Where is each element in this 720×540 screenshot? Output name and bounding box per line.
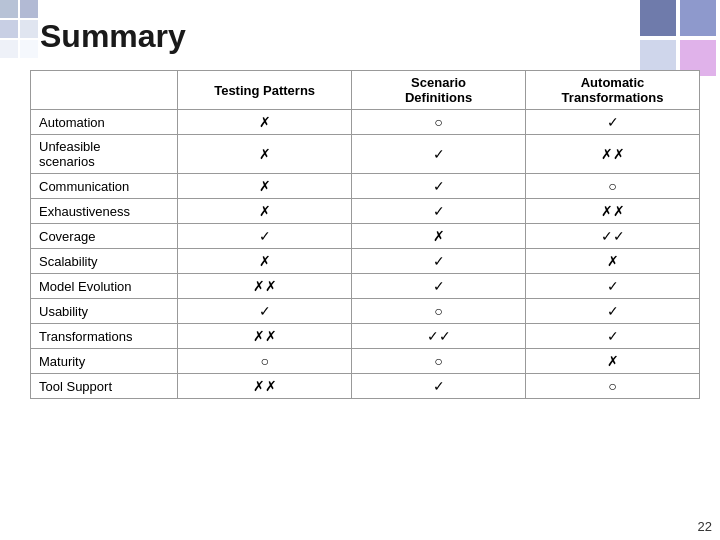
- table-row: Scalability✗✓✗: [31, 249, 700, 274]
- row-label: Automation: [31, 110, 178, 135]
- cell-scenario-definitions: ✓: [352, 174, 526, 199]
- row-label: Exhaustiveness: [31, 199, 178, 224]
- cell-automatic-transformations: ✗: [526, 249, 700, 274]
- cell-scenario-definitions: ✓: [352, 199, 526, 224]
- row-label: Scalability: [31, 249, 178, 274]
- row-label: Model Evolution: [31, 274, 178, 299]
- svg-rect-7: [680, 0, 716, 36]
- cell-scenario-definitions: ✓: [352, 374, 526, 399]
- row-label: Unfeasiblescenarios: [31, 135, 178, 174]
- cell-testing-patterns: ✗: [178, 249, 352, 274]
- cell-scenario-definitions: ✓: [352, 135, 526, 174]
- svg-rect-2: [0, 20, 18, 38]
- cell-scenario-definitions: ✓✓: [352, 324, 526, 349]
- table-header-row: Testing Patterns ScenarioDefinitions Aut…: [31, 71, 700, 110]
- cell-testing-patterns: ✗✗: [178, 324, 352, 349]
- row-label: Tool Support: [31, 374, 178, 399]
- cell-scenario-definitions: ○: [352, 299, 526, 324]
- table-row: Tool Support✗✗✓○: [31, 374, 700, 399]
- row-label: Maturity: [31, 349, 178, 374]
- cell-testing-patterns: ✗: [178, 110, 352, 135]
- svg-rect-5: [20, 40, 38, 58]
- page-number: 22: [698, 519, 712, 534]
- cell-testing-patterns: ✗✗: [178, 374, 352, 399]
- cell-automatic-transformations: ✗: [526, 349, 700, 374]
- cell-testing-patterns: ○: [178, 349, 352, 374]
- row-label: Usability: [31, 299, 178, 324]
- cell-scenario-definitions: ✓: [352, 249, 526, 274]
- col-header-testing-patterns: Testing Patterns: [178, 71, 352, 110]
- page-title: Summary: [40, 18, 186, 55]
- cell-testing-patterns: ✗: [178, 174, 352, 199]
- cell-testing-patterns: ✗: [178, 199, 352, 224]
- svg-rect-6: [640, 0, 676, 36]
- cell-automatic-transformations: ✓: [526, 299, 700, 324]
- table-row: Exhaustiveness✗✓✗✗: [31, 199, 700, 224]
- table-row: Model Evolution✗✗✓✓: [31, 274, 700, 299]
- cell-scenario-definitions: ○: [352, 110, 526, 135]
- cell-automatic-transformations: ✓: [526, 274, 700, 299]
- table-row: Automation✗○✓: [31, 110, 700, 135]
- cell-testing-patterns: ✗✗: [178, 274, 352, 299]
- cell-automatic-transformations: ✗✗: [526, 199, 700, 224]
- svg-rect-4: [0, 40, 18, 58]
- row-label: Transformations: [31, 324, 178, 349]
- cell-automatic-transformations: ✓✓: [526, 224, 700, 249]
- col-header-label: [31, 71, 178, 110]
- bg-decoration-topleft: [0, 0, 40, 60]
- table-row: Maturity○○✗: [31, 349, 700, 374]
- col-header-automatic-transformations: AutomaticTransformations: [526, 71, 700, 110]
- cell-scenario-definitions: ✓: [352, 274, 526, 299]
- svg-rect-0: [0, 0, 18, 18]
- cell-testing-patterns: ✗: [178, 135, 352, 174]
- summary-table: Testing Patterns ScenarioDefinitions Aut…: [30, 70, 700, 399]
- table-row: Unfeasiblescenarios✗✓✗✗: [31, 135, 700, 174]
- svg-rect-1: [20, 0, 38, 18]
- row-label: Communication: [31, 174, 178, 199]
- col-header-scenario-definitions: ScenarioDefinitions: [352, 71, 526, 110]
- cell-testing-patterns: ✓: [178, 299, 352, 324]
- cell-automatic-transformations: ✗✗: [526, 135, 700, 174]
- cell-scenario-definitions: ✗: [352, 224, 526, 249]
- table-row: Coverage✓✗✓✓: [31, 224, 700, 249]
- cell-automatic-transformations: ✓: [526, 110, 700, 135]
- row-label: Coverage: [31, 224, 178, 249]
- cell-automatic-transformations: ○: [526, 374, 700, 399]
- cell-scenario-definitions: ○: [352, 349, 526, 374]
- table-row: Usability✓○✓: [31, 299, 700, 324]
- cell-automatic-transformations: ○: [526, 174, 700, 199]
- table-row: Transformations✗✗✓✓✓: [31, 324, 700, 349]
- cell-testing-patterns: ✓: [178, 224, 352, 249]
- bg-decoration-topright: [640, 0, 720, 80]
- table-row: Communication✗✓○: [31, 174, 700, 199]
- cell-automatic-transformations: ✓: [526, 324, 700, 349]
- svg-rect-3: [20, 20, 38, 38]
- summary-table-wrapper: Testing Patterns ScenarioDefinitions Aut…: [30, 70, 700, 399]
